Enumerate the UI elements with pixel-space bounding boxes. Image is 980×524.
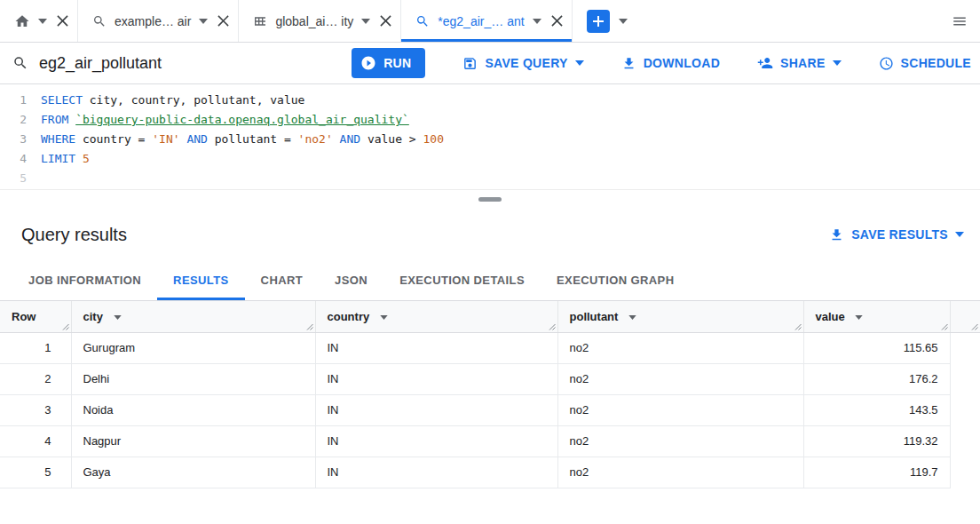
cell-city: Delhi <box>71 363 315 394</box>
cell-filler <box>950 363 980 394</box>
column-header-country[interactable]: country <box>315 301 557 332</box>
cell-country: IN <box>315 425 557 457</box>
cell-value: 143.5 <box>803 394 950 425</box>
sql-string: 'no2' <box>298 132 333 146</box>
chevron-down-icon[interactable] <box>619 19 628 24</box>
column-header-filler <box>950 301 980 332</box>
tab-results[interactable]: RESULTS <box>157 260 245 300</box>
resize-handle[interactable] <box>478 197 502 202</box>
play-icon <box>360 55 376 71</box>
column-header-pollutant[interactable]: pollutant <box>557 301 803 332</box>
chevron-down-icon <box>955 232 964 237</box>
tab-chart[interactable]: CHART <box>245 260 320 300</box>
chevron-down-icon[interactable] <box>533 19 541 24</box>
close-icon[interactable] <box>217 15 229 27</box>
tab-global-air-quality[interactable]: global_ai… ity <box>239 0 401 42</box>
chevron-down-icon[interactable] <box>628 315 636 320</box>
save-icon <box>462 56 478 71</box>
tab-job-information[interactable]: JOB INFORMATION <box>12 260 157 300</box>
cell-filler <box>950 425 980 457</box>
column-resize-handle[interactable] <box>306 323 313 330</box>
sql-string: 'IN' <box>152 132 179 146</box>
save-query-label: SAVE QUERY <box>485 56 567 70</box>
column-resize-handle[interactable] <box>794 323 802 330</box>
close-icon[interactable] <box>380 15 391 27</box>
bigquery-workspace: example… air global_ai… ity <box>0 0 980 488</box>
run-button[interactable]: RUN <box>352 48 425 78</box>
table-row: 2 Delhi IN no2 176.2 <box>0 363 980 394</box>
row-number: 2 <box>0 363 71 394</box>
cell-country: IN <box>315 332 557 363</box>
close-icon[interactable] <box>551 15 563 27</box>
row-number: 3 <box>0 394 71 425</box>
download-label: DOWNLOAD <box>644 56 720 70</box>
download-button[interactable]: DOWNLOAD <box>621 56 720 71</box>
cell-pollutant: no2 <box>557 332 803 363</box>
schedule-button[interactable]: SCHEDULE <box>879 56 971 71</box>
sql-text <box>68 113 75 126</box>
cell-filler <box>950 457 980 488</box>
new-tab-button[interactable] <box>587 10 610 33</box>
sql-line: 2 FROM `bigquery-public-data.openaq.glob… <box>0 110 980 130</box>
share-button[interactable]: SHARE <box>757 55 842 71</box>
editor-tab-bar: example… air global_ai… ity <box>0 0 980 43</box>
tab-home[interactable] <box>0 0 78 42</box>
column-label: Row <box>12 310 36 323</box>
column-header-row[interactable]: Row <box>0 301 71 332</box>
tab-label: example… air <box>115 14 191 28</box>
cell-filler <box>950 332 980 363</box>
sql-keyword: AND <box>186 132 207 146</box>
tab-execution-graph[interactable]: EXECUTION GRAPH <box>541 260 690 300</box>
sql-code-line: WHERE country = 'IN' AND pollutant = 'no… <box>27 130 444 149</box>
cell-value: 119.7 <box>803 457 950 488</box>
results-table: Row city country pollutant <box>0 301 980 488</box>
chevron-down-icon[interactable] <box>199 19 208 24</box>
sql-line: 4 LIMIT 5 <box>0 149 980 169</box>
column-label: city <box>83 310 103 323</box>
sql-keyword: WHERE <box>41 132 75 146</box>
sql-keyword: FROM <box>41 113 68 126</box>
sql-code-line: SELECT city, country, pollutant, value <box>27 91 304 110</box>
chevron-down-icon[interactable] <box>114 315 122 320</box>
column-resize-handle[interactable] <box>62 323 69 330</box>
tab-execution-details[interactable]: EXECUTION DETAILS <box>383 260 541 300</box>
column-header-value[interactable]: value <box>803 301 950 332</box>
table-row: 5 Gaya IN no2 119.7 <box>0 457 980 488</box>
cell-city: Nagpur <box>71 425 315 457</box>
cell-pollutant: no2 <box>557 363 803 394</box>
cell-value: 115.65 <box>803 332 950 363</box>
sql-line: 5 <box>0 169 980 188</box>
column-resize-handle[interactable] <box>971 323 978 330</box>
cell-country: IN <box>315 363 557 394</box>
chevron-down-icon[interactable] <box>855 315 863 320</box>
sql-editor[interactable]: 1 SELECT city, country, pollutant, value… <box>0 84 980 189</box>
chevron-down-icon[interactable] <box>361 19 370 24</box>
close-icon[interactable] <box>57 15 68 27</box>
tab-example-air[interactable]: example… air <box>78 0 239 42</box>
chevron-down-icon[interactable] <box>38 19 47 24</box>
table-row: 3 Noida IN no2 143.5 <box>0 394 980 425</box>
cell-city: Gurugram <box>71 332 315 363</box>
query-icon <box>12 55 28 71</box>
table-icon <box>253 14 267 28</box>
column-resize-handle[interactable] <box>549 323 556 330</box>
chevron-down-icon[interactable] <box>380 315 388 320</box>
column-header-city[interactable]: city <box>71 301 315 332</box>
tab-json[interactable]: JSON <box>319 260 383 300</box>
column-resize-handle[interactable] <box>941 323 948 330</box>
row-number: 5 <box>0 457 71 488</box>
sql-keyword: AND <box>340 132 360 146</box>
sql-line: 3 WHERE country = 'IN' AND pollutant = '… <box>0 130 980 149</box>
sql-keyword: LIMIT <box>41 152 75 165</box>
home-icon <box>14 13 30 29</box>
cell-country: IN <box>315 394 557 425</box>
save-query-button[interactable]: SAVE QUERY <box>462 56 583 71</box>
save-results-button[interactable]: SAVE RESULTS <box>829 227 964 242</box>
line-number: 4 <box>0 149 27 169</box>
share-label: SHARE <box>780 56 826 70</box>
menu-icon[interactable] <box>952 13 968 29</box>
sql-text: value > <box>360 132 423 146</box>
tab-eg2-air-pollutant[interactable]: *eg2_air_… ant <box>401 0 572 42</box>
table-header-row: Row city country pollutant <box>0 301 980 332</box>
sql-table-ref[interactable]: `bigquery-public-data.openaq.global_air_… <box>75 113 409 126</box>
